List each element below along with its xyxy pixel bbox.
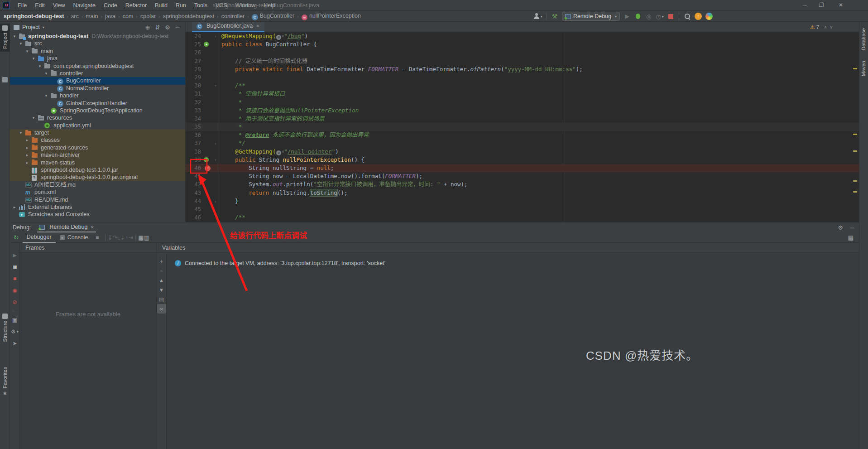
breadcrumb-springboot-debug-test[interactable]: springboot-debug-test bbox=[4, 13, 64, 19]
debug-tab-console[interactable]: ▸Console bbox=[56, 232, 92, 243]
close-button[interactable]: ✕ bbox=[833, 0, 849, 11]
breadcrumb-controller[interactable]: controller bbox=[221, 13, 245, 19]
menu-tools[interactable]: Tools bbox=[190, 0, 211, 11]
show-execution-point-icon[interactable]: ↧ bbox=[108, 234, 113, 241]
menu-view[interactable]: View bbox=[49, 0, 69, 11]
tree-item-springboot-debug-test-1.0.0.jar[interactable]: springboot-debug-test-1.0.0.jar bbox=[10, 166, 185, 174]
gutter[interactable]: ▿ bbox=[203, 156, 218, 164]
tree-item-src[interactable]: ▾src bbox=[10, 40, 185, 47]
stop-button[interactable] bbox=[666, 12, 676, 21]
gutter[interactable] bbox=[203, 123, 218, 131]
update-button[interactable]: ↑ bbox=[693, 12, 703, 21]
breadcrumb-src[interactable]: src bbox=[71, 13, 79, 19]
chevron-closed-icon[interactable]: ▸ bbox=[24, 151, 30, 159]
tree-item-generated-sources[interactable]: ▸generated-sources bbox=[10, 144, 185, 151]
debug-session-tab[interactable]: Remote Debug ✕ bbox=[37, 222, 96, 232]
breadcrumb-springbootdebugtest[interactable]: springbootdebugtest bbox=[163, 13, 214, 19]
gutter[interactable] bbox=[203, 98, 218, 106]
gutter[interactable] bbox=[203, 65, 218, 73]
locate-file-icon[interactable]: ⊕ bbox=[143, 24, 153, 31]
tree-item-readme.md[interactable]: MDREADME.md bbox=[10, 196, 185, 203]
gutter[interactable] bbox=[203, 172, 218, 180]
tree-item-application.yml[interactable]: application.yml bbox=[10, 122, 185, 129]
tool-stripe-bookmarks[interactable] bbox=[0, 75, 10, 82]
tool-stripe-project[interactable]: Project bbox=[0, 24, 10, 52]
spring-bean-icon[interactable] bbox=[204, 157, 209, 162]
add-watch-icon[interactable]: + bbox=[157, 256, 166, 266]
debug-tab-debugger[interactable]: Debugger bbox=[23, 232, 56, 243]
gutter[interactable]: ▵ bbox=[203, 139, 218, 147]
chevron-open-icon[interactable]: ▾ bbox=[18, 40, 24, 47]
tree-item-api.md[interactable]: MDAPI接口文档.md bbox=[10, 181, 185, 188]
prev-problem-icon[interactable]: ∧ bbox=[824, 25, 827, 29]
tree-item-handler[interactable]: ▾handler bbox=[10, 92, 185, 99]
view-breakpoints-icon[interactable]: ◉ bbox=[10, 285, 19, 296]
variables-body[interactable]: i Connected to the target VM, address: '… bbox=[167, 253, 859, 449]
tree-item-globalexceptionhandler[interactable]: CGlobalExceptionHandler bbox=[10, 100, 185, 107]
tree-item-scratchesandconsoles[interactable]: ▸Scratches and Consoles bbox=[10, 211, 185, 218]
watches-icon[interactable]: ∞ bbox=[157, 304, 166, 314]
debug-settings-icon[interactable]: ⚙▾ bbox=[10, 326, 19, 338]
fold-open-icon[interactable]: ▿ bbox=[215, 82, 217, 90]
fold-close-icon[interactable]: ▵ bbox=[215, 197, 217, 205]
coverage-button[interactable]: ◎ bbox=[644, 12, 654, 21]
breadcrumb-cpolar[interactable]: cpolar bbox=[140, 13, 156, 19]
force-step-into-icon[interactable]: ⇣ bbox=[120, 234, 125, 241]
profiler-button[interactable]: ◷▾ bbox=[655, 12, 665, 21]
remove-watch-icon[interactable]: − bbox=[157, 266, 166, 275]
breakpoint-icon[interactable]: ✓ bbox=[205, 165, 211, 171]
project-view-dropdown[interactable]: ▾ bbox=[43, 25, 44, 29]
step-over-icon[interactable]: ↷ bbox=[112, 234, 117, 241]
gutter[interactable] bbox=[203, 106, 218, 115]
collapse-all-icon[interactable]: ⇵ bbox=[153, 24, 163, 31]
more-options-icon[interactable]: ≡ bbox=[92, 234, 103, 241]
menu-navigate[interactable]: Navigate bbox=[69, 0, 100, 11]
debug-panel-settings-icon[interactable]: ⚙ bbox=[838, 224, 843, 231]
hide-debug-panel-icon[interactable]: ─ bbox=[850, 224, 854, 231]
gutter[interactable] bbox=[203, 57, 218, 65]
gutter[interactable] bbox=[203, 131, 218, 139]
mute-breakpoints-icon[interactable]: ⊘ bbox=[10, 296, 19, 308]
tree-item-main[interactable]: ▾main bbox=[10, 48, 185, 55]
tool-stripe-favorites[interactable]: Favorites ★ bbox=[0, 365, 10, 396]
tree-item-springboot-debug-test[interactable]: ▾springboot-debug-testD:\Work\springboot… bbox=[10, 33, 185, 40]
chevron-open-icon[interactable]: ▾ bbox=[18, 129, 24, 136]
gutter[interactable] bbox=[203, 213, 218, 222]
next-problem-icon[interactable]: ∨ bbox=[830, 25, 833, 29]
minimize-button[interactable]: ─ bbox=[797, 0, 812, 11]
panel-settings-icon[interactable]: ⚙ bbox=[163, 24, 173, 31]
tool-stripe-database[interactable]: Database bbox=[859, 26, 868, 50]
tree-item-externallibraries[interactable]: ▸External Libraries bbox=[10, 203, 185, 211]
breadcrumb-nullpointerexception[interactable]: mnullPointerException bbox=[302, 13, 361, 20]
fold-open-icon[interactable]: ▿ bbox=[215, 32, 217, 40]
ide-features-button[interactable] bbox=[704, 12, 714, 21]
code-area[interactable]: 24▿@RequestMapping(∨∨"/bug")25public cla… bbox=[186, 32, 859, 222]
gutter[interactable]: ▵ bbox=[203, 197, 218, 205]
chevron-open-icon[interactable]: ▾ bbox=[24, 48, 30, 55]
breadcrumb-com[interactable]: com bbox=[123, 13, 134, 19]
tool-stripe-structure[interactable]: Structure bbox=[0, 312, 10, 342]
gutter[interactable] bbox=[203, 180, 218, 188]
breadcrumb-java[interactable]: java bbox=[105, 13, 115, 19]
thread-dump-icon[interactable]: ▣ bbox=[10, 314, 19, 326]
menu-edit[interactable]: Edit bbox=[31, 0, 49, 11]
fold-open-icon[interactable]: ▿ bbox=[215, 156, 217, 164]
gutter[interactable]: ▿ bbox=[203, 32, 218, 40]
pin-icon[interactable]: ➤ bbox=[10, 338, 19, 349]
search-everywhere-button[interactable] bbox=[682, 12, 692, 21]
tree-item-com.cpolar.springbootdebugtest[interactable]: ▾com.cpolar.springbootdebugtest bbox=[10, 63, 185, 70]
tree-item-target[interactable]: ▾target bbox=[10, 129, 185, 136]
tree-item-maven-status[interactable]: ▸maven-status bbox=[10, 159, 185, 166]
tree-item-controller[interactable]: ▾controller bbox=[10, 70, 185, 77]
chevron-open-icon[interactable]: ▾ bbox=[31, 114, 36, 121]
tool-stripe-maven[interactable]: Maven bbox=[859, 59, 868, 77]
layout-icon[interactable]: ▥ bbox=[144, 234, 149, 241]
run-button[interactable]: ▶ bbox=[622, 12, 632, 21]
menu-refactor[interactable]: Refactor bbox=[121, 0, 151, 11]
restore-layout-icon[interactable]: ▤ bbox=[848, 234, 854, 241]
chevron-open-icon[interactable]: ▾ bbox=[31, 55, 36, 62]
chevron-open-icon[interactable]: ▾ bbox=[12, 33, 17, 40]
stop-icon[interactable]: ■ bbox=[10, 273, 19, 285]
resume-icon[interactable]: ▶ bbox=[10, 249, 19, 261]
tree-item-bugcontroller[interactable]: CBugController bbox=[10, 77, 185, 84]
